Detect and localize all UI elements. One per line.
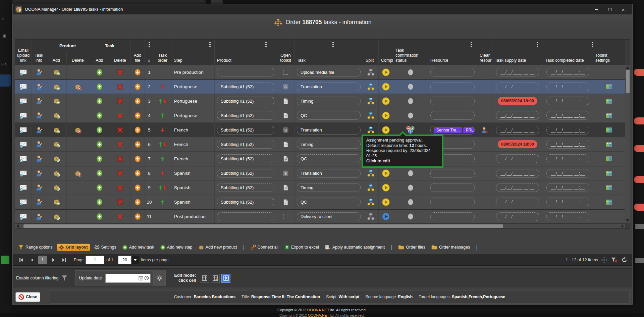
- product-delete-icon[interactable]: [74, 127, 82, 134]
- complete-task-icon[interactable]: [382, 97, 390, 105]
- cell-toolkit-settings[interactable]: [593, 195, 625, 209]
- clear-filters-icon[interactable]: [610, 256, 618, 264]
- add-file-icon[interactable]: [135, 155, 141, 162]
- cell-email-upload-link[interactable]: [15, 80, 32, 94]
- cell-task-completed-date[interactable]: __/__/____ __:__: [543, 65, 593, 79]
- cell-toolkit-settings[interactable]: [593, 180, 625, 195]
- cell-task-order[interactable]: [154, 123, 171, 137]
- toolkit-settings-icon[interactable]: [605, 127, 612, 133]
- cell-product-add[interactable]: [46, 108, 67, 122]
- split-task-icon[interactable]: [367, 69, 375, 76]
- col-header-product-add[interactable]: Add: [46, 52, 67, 65]
- cell-product[interactable]: Subtitling #1 (52): [215, 137, 277, 151]
- cell-add-file[interactable]: [130, 137, 145, 151]
- cell-task[interactable]: Translation: [294, 166, 363, 180]
- resource-input[interactable]: [430, 183, 475, 192]
- col-header-clear-resource[interactable]: Clear resour: [477, 40, 492, 65]
- open-toolkit-document-icon[interactable]: [283, 141, 288, 148]
- task-delete-icon[interactable]: [117, 84, 123, 90]
- toolkit-settings-icon[interactable]: [605, 170, 612, 176]
- column-menu-icon[interactable]: [265, 42, 267, 47]
- cell-task[interactable]: QC: [294, 108, 363, 122]
- task-info-icon[interactable]: [36, 112, 42, 119]
- last-page-button[interactable]: [60, 256, 68, 264]
- product-delete-icon[interactable]: [74, 170, 82, 177]
- cell-task-supply-date[interactable]: __/__/____ __:__: [492, 123, 543, 137]
- cell-email-upload-link[interactable]: [15, 65, 32, 79]
- split-task-icon[interactable]: [367, 199, 375, 206]
- move-down-icon[interactable]: [163, 185, 167, 191]
- cell-task[interactable]: Upload media file: [294, 65, 363, 79]
- items-per-page-dropdown-icon[interactable]: [131, 256, 139, 264]
- cell-toolkit-settings[interactable]: [593, 166, 625, 180]
- cell-resource[interactable]: [428, 65, 477, 79]
- assignment-status-tooltip[interactable]: Assignment pending approval. Default res…: [362, 135, 443, 168]
- cell-split[interactable]: [363, 94, 379, 108]
- cell-split[interactable]: [363, 65, 379, 79]
- product-input[interactable]: Subtitling #1 (52): [217, 83, 274, 91]
- resource-input[interactable]: [430, 68, 475, 76]
- cell-complete[interactable]: [379, 80, 393, 94]
- product-add-icon[interactable]: [53, 170, 60, 177]
- toolkit-settings-icon[interactable]: [605, 156, 612, 162]
- cell-open-toolkit[interactable]: [277, 152, 294, 166]
- cell-task-delete[interactable]: [110, 152, 130, 166]
- task-completed-date-input[interactable]: __/__/____ __:__: [546, 212, 589, 221]
- cell-resource[interactable]: [428, 166, 477, 180]
- col-header-task-confirmation-status[interactable]: Task confirmation status: [393, 40, 428, 65]
- cell-task-order[interactable]: [154, 195, 171, 209]
- cell-email-upload-link[interactable]: [15, 180, 32, 195]
- cell-confirmation-status[interactable]: [393, 210, 428, 223]
- add-file-icon[interactable]: [135, 126, 141, 134]
- email-upload-link-icon[interactable]: [19, 127, 27, 133]
- col-header-product-delete[interactable]: Delete: [67, 52, 89, 65]
- product-add-icon[interactable]: [53, 184, 60, 191]
- cell-task-completed-date[interactable]: __/__/____ __:__: [543, 210, 593, 223]
- calendar-icon[interactable]: [139, 276, 143, 280]
- cell-email-upload-link[interactable]: [15, 195, 32, 209]
- task-info-icon[interactable]: [36, 84, 42, 90]
- cell-task-order[interactable]: [154, 108, 171, 122]
- export-to-excel-button[interactable]: Export to excel: [282, 244, 321, 251]
- task-add-icon[interactable]: [96, 112, 103, 119]
- task-completed-date-input[interactable]: __/__/____ __:__: [546, 111, 589, 120]
- cell-task-add[interactable]: [89, 180, 110, 195]
- task-confirmation-status-icon[interactable]: ?: [406, 126, 415, 134]
- cell-task-supply-date[interactable]: __/__/____ __:__: [492, 180, 543, 195]
- scroll-down-icon[interactable]: [626, 219, 629, 222]
- task-info-icon[interactable]: [36, 141, 42, 148]
- move-down-icon[interactable]: [160, 170, 165, 176]
- cell-step[interactable]: Pre production: [171, 65, 215, 79]
- cell-task-info[interactable]: [32, 108, 46, 122]
- toolkit-settings-icon[interactable]: [605, 185, 612, 191]
- split-task-icon[interactable]: [367, 170, 375, 177]
- cell-product[interactable]: Subtitling #1 (52): [215, 94, 277, 108]
- task-delete-icon[interactable]: [117, 156, 123, 162]
- cell-clear-resource[interactable]: [477, 123, 492, 137]
- task-input[interactable]: Translation: [297, 83, 361, 91]
- cell-task-info[interactable]: [32, 152, 46, 166]
- complete-task-icon[interactable]: [382, 111, 390, 120]
- col-header-open-toolkit[interactable]: Open toolkit: [277, 40, 294, 65]
- cell-task-order[interactable]: [154, 80, 171, 94]
- task-input[interactable]: QC: [297, 198, 361, 206]
- task-completed-date-input[interactable]: __/__/____ __:__: [546, 198, 589, 206]
- cell-split[interactable]: [363, 80, 379, 94]
- product-add-icon[interactable]: [53, 141, 60, 148]
- move-up-icon[interactable]: [158, 98, 163, 104]
- cell-confirmation-status[interactable]: [393, 180, 428, 195]
- cell-step[interactable]: French: [171, 137, 215, 151]
- cell-product-add[interactable]: [46, 94, 67, 108]
- task-confirmation-status-icon[interactable]: [408, 213, 414, 220]
- cell-email-upload-link[interactable]: [15, 152, 32, 166]
- task-supply-date-input[interactable]: __/__/____ __:__: [496, 183, 539, 192]
- product-input[interactable]: Subtitling #1 (52): [217, 169, 274, 178]
- cell-task-completed-date[interactable]: __/__/____ __:__: [543, 166, 593, 180]
- cell-product[interactable]: Subtitling #1 (52): [215, 195, 277, 209]
- task-supply-date-input[interactable]: __/__/____ __:__: [496, 212, 539, 221]
- cell-toolkit-settings[interactable]: [593, 137, 625, 151]
- cell-open-toolkit[interactable]: [277, 94, 294, 108]
- cell-product-add[interactable]: [46, 123, 67, 137]
- maximize-button[interactable]: [607, 7, 612, 12]
- product-add-icon[interactable]: [53, 112, 60, 119]
